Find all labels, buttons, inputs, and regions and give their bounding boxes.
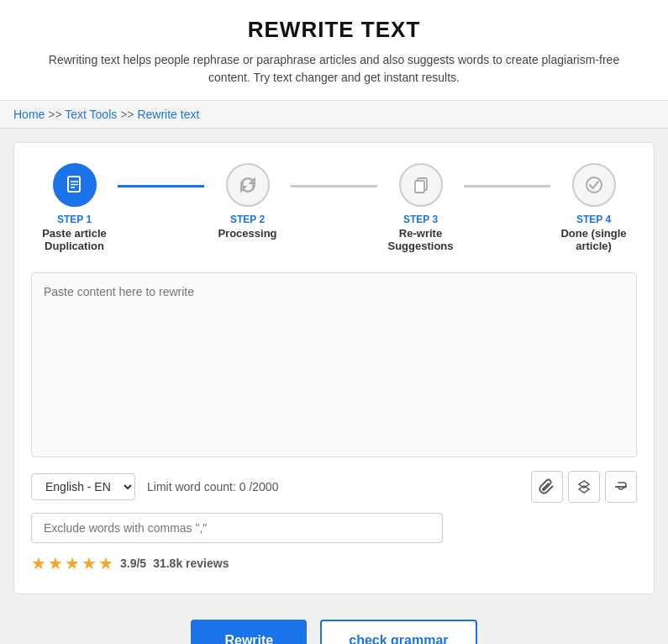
step-1-name: Paste article Duplication (31, 227, 118, 252)
dropbox-icon (576, 478, 592, 495)
step-1: STEP 1 Paste article Duplication (31, 163, 118, 252)
controls-row: English - EN Limit word count: 0 /2000 (31, 471, 637, 503)
main-container: STEP 1 Paste article Duplication STEP 2 … (13, 142, 655, 594)
strikethrough-icon (613, 478, 629, 495)
step-1-circle (53, 163, 97, 207)
step-3-label: STEP 3 (403, 214, 438, 225)
svg-point-6 (586, 177, 602, 193)
strikethrough-icon-button[interactable] (605, 471, 637, 503)
breadcrumb-sep2: >> (120, 108, 134, 121)
star-3: ★ (65, 553, 80, 573)
rewrite-button[interactable]: Rewrite (191, 620, 307, 644)
icon-buttons (531, 471, 637, 503)
step-4: STEP 4 Done (single article) (550, 163, 637, 252)
star-rating: ★ ★ ★ ★ ★ (31, 553, 113, 573)
star-5: ★ (98, 553, 113, 573)
step-2: STEP 2 Processing (204, 163, 291, 240)
breadcrumb-sep1: >> (48, 108, 61, 121)
page-description: Rewriting text helps people rephrase or … (34, 51, 634, 87)
breadcrumb-home[interactable]: Home (13, 108, 45, 121)
word-count-label: Limit word count: 0 /2000 (147, 480, 278, 494)
page-title: REWRITE TEXT (34, 17, 634, 43)
paperclip-icon (539, 478, 555, 495)
step-1-label: STEP 1 (57, 214, 92, 225)
star-2: ★ (48, 553, 63, 573)
action-buttons: Rewrite check grammar (0, 620, 668, 644)
dropbox-icon-button[interactable] (568, 471, 600, 503)
step-2-name: Processing (218, 227, 276, 240)
breadcrumb: Home >> Text Tools >> Rewrite text (0, 101, 668, 129)
steps-container: STEP 1 Paste article Duplication STEP 2 … (31, 163, 637, 252)
check-grammar-button[interactable]: check grammar (320, 620, 476, 644)
star-1: ★ (31, 553, 46, 573)
step-4-label: STEP 4 (576, 214, 611, 225)
step-3-circle (399, 163, 443, 207)
star-4: ★ (82, 553, 97, 573)
step-4-circle (572, 163, 616, 207)
content-textarea[interactable] (31, 272, 637, 457)
review-count: 31.8k reviews (153, 557, 229, 570)
attach-icon-button[interactable] (531, 471, 563, 503)
rating-value: 3.9/5 (120, 557, 146, 570)
step-3-name: Re-write Suggestions (377, 227, 464, 252)
step-2-circle (226, 163, 270, 207)
step-2-label: STEP 2 (230, 214, 265, 225)
svg-rect-5 (415, 181, 424, 193)
step-3: STEP 3 Re-write Suggestions (377, 163, 464, 252)
exclude-words-input[interactable] (31, 513, 443, 543)
language-select[interactable]: English - EN (31, 473, 135, 500)
breadcrumb-text-tools[interactable]: Text Tools (65, 108, 117, 121)
connector-3-4 (464, 185, 550, 187)
connector-1-2 (118, 185, 204, 187)
breadcrumb-current[interactable]: Rewrite text (137, 108, 199, 121)
header-section: REWRITE TEXT Rewriting text helps people… (0, 0, 668, 101)
connector-2-3 (291, 185, 377, 187)
reviews-row: ★ ★ ★ ★ ★ 3.9/5 31.8k reviews (31, 553, 637, 573)
step-4-name: Done (single article) (550, 227, 637, 252)
